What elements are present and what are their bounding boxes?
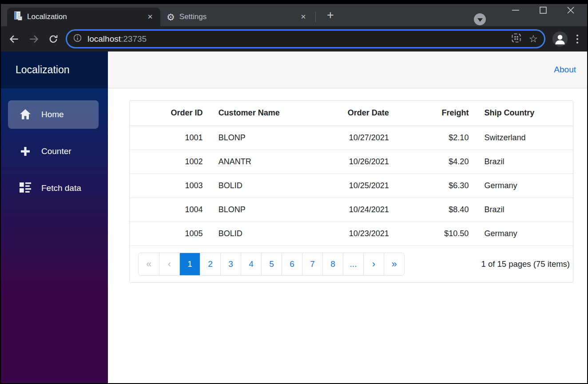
browser-menu-icon[interactable] [572,32,583,46]
page-header: About [108,51,587,88]
pager-page-1[interactable]: 1 [179,253,200,275]
pager-page-3[interactable]: 3 [220,253,241,275]
profile-avatar[interactable] [552,32,568,47]
tab-title: Settings [179,12,293,21]
cell-freight: $6.30 [396,174,476,198]
address-bar[interactable]: localhost:23735 ☆ [66,29,545,48]
pager-row: « ‹ 1 2 3 4 5 6 7 8 ... › » [130,246,573,282]
browser-toolbar: localhost:23735 ☆ [1,26,587,51]
window-frame-top [1,1,587,4]
pager-page-8[interactable]: 8 [322,253,343,275]
pager: « ‹ 1 2 3 4 5 6 7 8 ... › » [138,253,405,276]
browser-chrome: Localization ✕ ⚙ Settings ✕ + [1,1,587,51]
tab-localization[interactable]: Localization ✕ [7,8,160,26]
home-icon [20,109,31,120]
cell-freight: $10.50 [396,222,476,245]
page-content: Order ID Customer Name Order Date Freigh… [108,88,587,383]
tab-strip: Localization ✕ ⚙ Settings ✕ + [1,4,587,26]
tab-settings[interactable]: ⚙ Settings ✕ [160,8,314,26]
cell-customer-name: BLONP [210,126,290,150]
minimize-button[interactable] [502,2,529,18]
pager-page-5[interactable]: 5 [261,253,282,275]
orders-grid: Order ID Customer Name Order Date Freigh… [129,100,573,283]
sidebar-item-label: Counter [41,146,72,156]
pager-last-button[interactable]: » [384,253,404,275]
cell-freight: $4.20 [396,150,476,174]
sidebar-item-label: Fetch data [41,183,81,193]
sidebar: Localization Home [1,51,108,383]
cell-ship-country: Germany [475,174,573,198]
cell-order-id: 1004 [130,198,210,222]
tab-search-button[interactable] [474,13,486,25]
pager-first-button[interactable]: « [139,253,159,275]
plus-icon [20,146,31,157]
bookmark-star-icon[interactable]: ☆ [528,34,538,44]
pager-page-6[interactable]: 6 [282,253,302,275]
pager-status: 1 of 15 pages (75 items) [481,259,570,269]
table-row[interactable]: 1002 ANANTR 10/26/2021 $4.20 Brazil [130,150,573,174]
site-info-icon[interactable] [73,33,82,44]
tab-title: Localization [27,12,140,21]
window-controls [502,2,584,18]
cell-order-date: 10/24/2021 [289,198,396,222]
pager-page-4[interactable]: 4 [241,253,261,275]
cell-customer-name: BLONP [210,198,290,222]
cell-order-date: 10/25/2021 [289,174,396,198]
cell-ship-country: Germany [475,222,573,245]
sidebar-item-home[interactable]: Home [8,100,99,129]
sidebar-nav: Home Counter Fet [1,88,108,383]
chevron-down-icon [477,18,483,22]
cell-order-id: 1005 [130,222,210,245]
cell-order-id: 1002 [130,150,210,174]
pager-page-2[interactable]: 2 [200,253,220,275]
list-icon [20,182,31,194]
cell-order-date: 10/23/2021 [289,222,396,245]
column-header-freight[interactable]: Freight [396,101,476,126]
cell-customer-name: ANANTR [210,150,290,174]
pager-page-7[interactable]: 7 [302,253,322,275]
orders-table: Order ID Customer Name Order Date Freigh… [130,101,573,246]
sidebar-item-counter[interactable]: Counter [8,137,99,166]
cell-order-id: 1001 [130,126,210,150]
forward-icon[interactable] [24,29,44,49]
maximize-button[interactable] [529,2,557,18]
column-header-order-id[interactable]: Order ID [130,101,210,126]
pager-previous-button[interactable]: ‹ [159,253,179,275]
cell-customer-name: BOLID [210,174,290,198]
pager-ellipsis[interactable]: ... [343,253,363,275]
table-header-row: Order ID Customer Name Order Date Freigh… [130,101,573,126]
column-header-order-date[interactable]: Order Date [289,101,396,126]
sidebar-item-label: Home [41,110,64,119]
reload-icon[interactable] [44,29,63,49]
app-brand[interactable]: Localization [1,51,108,88]
new-tab-button[interactable]: + [323,8,338,23]
column-header-ship-country[interactable]: Ship Country [475,101,573,126]
column-header-customer-name[interactable]: Customer Name [210,101,290,126]
tab-separator [315,12,316,22]
table-row[interactable]: 1004 BLONP 10/24/2021 $8.40 Brazil [130,198,573,222]
table-row[interactable]: 1003 BOLID 10/25/2021 $6.30 Germany [130,174,573,198]
pager-next-button[interactable]: › [363,253,384,275]
about-link[interactable]: About [554,65,576,75]
cell-order-id: 1003 [130,174,210,198]
cell-order-date: 10/26/2021 [289,150,396,174]
qr-code-icon[interactable] [511,33,521,45]
omnibox-actions: ☆ [511,33,538,45]
cell-freight: $2.10 [396,126,476,150]
url-text[interactable]: localhost:23735 [87,34,147,44]
table-row[interactable]: 1005 BOLID 10/23/2021 $10.50 Germany [130,222,573,245]
main-area: About Order ID Customer Name Order Date … [108,51,587,383]
cell-freight: $8.40 [396,198,476,222]
browser-window: Localization ✕ ⚙ Settings ✕ + [0,0,588,384]
table-row[interactable]: 1001 BLONP 10/27/2021 $2.10 Switzerland [130,126,573,150]
document-icon [13,11,23,23]
back-icon[interactable] [4,29,24,49]
cell-order-date: 10/27/2021 [289,126,396,150]
gear-icon: ⚙ [167,12,175,22]
cell-customer-name: BOLID [210,222,290,245]
url-port: :23735 [121,34,147,44]
tab-close-icon[interactable]: ✕ [144,11,156,23]
close-window-button[interactable] [557,2,584,18]
tab-close-icon[interactable]: ✕ [298,11,309,23]
sidebar-item-fetch-data[interactable]: Fetch data [8,174,99,202]
